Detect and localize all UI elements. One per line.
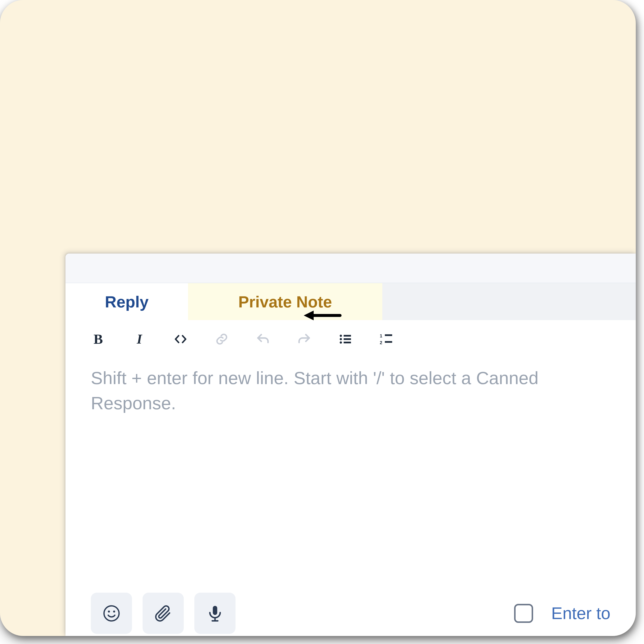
svg-rect-3 [344, 335, 351, 337]
audio-button[interactable] [194, 593, 236, 634]
redo-icon [297, 333, 311, 346]
svg-point-1 [340, 338, 342, 341]
attachment-button[interactable] [143, 593, 184, 634]
emoji-icon [102, 604, 121, 623]
italic-icon: I [137, 331, 142, 347]
svg-point-0 [340, 335, 342, 337]
svg-rect-8 [385, 334, 392, 336]
compose-textarea[interactable]: Shift + enter for new line. Start with '… [65, 355, 636, 586]
bulleted-list-button[interactable] [338, 332, 353, 347]
svg-rect-13 [213, 606, 217, 615]
bulleted-list-icon [339, 333, 352, 346]
bold-button[interactable]: B [91, 332, 106, 347]
numbered-list-button[interactable]: 1 2 [379, 332, 394, 347]
undo-icon [256, 333, 270, 346]
undo-button[interactable] [256, 332, 270, 347]
code-button[interactable] [173, 332, 188, 347]
italic-button[interactable]: I [132, 332, 147, 347]
svg-text:1: 1 [380, 334, 382, 339]
panel-header-strip [65, 253, 636, 283]
redo-button[interactable] [297, 332, 312, 347]
bold-icon: B [94, 331, 103, 347]
tab-reply[interactable]: Reply [65, 283, 188, 320]
svg-point-12 [113, 610, 115, 613]
link-icon [215, 333, 229, 346]
tab-private-note[interactable]: Private Note [188, 283, 382, 320]
send-on-enter-label: Enter to [551, 604, 610, 623]
svg-rect-4 [344, 338, 351, 340]
link-button[interactable] [214, 332, 229, 347]
compose-placeholder: Shift + enter for new line. Start with '… [91, 366, 610, 416]
svg-rect-9 [385, 341, 392, 343]
svg-rect-5 [344, 342, 351, 343]
formatting-toolbar: B I [65, 320, 636, 355]
code-icon [174, 333, 187, 346]
paperclip-icon [154, 604, 173, 623]
bottom-action-row: Enter to [65, 586, 636, 636]
background-card: Reply Private Note B I [0, 0, 636, 636]
tab-row: Reply Private Note [65, 283, 636, 320]
tab-reply-label: Reply [105, 294, 149, 310]
tab-private-note-label: Private Note [238, 294, 332, 310]
svg-point-2 [340, 342, 342, 344]
emoji-button[interactable] [91, 593, 132, 634]
microphone-icon [206, 604, 225, 623]
svg-point-10 [104, 606, 119, 621]
svg-text:2: 2 [380, 340, 382, 345]
canvas: Reply Private Note B I [0, 0, 644, 644]
message-editor-panel: Reply Private Note B I [65, 253, 636, 636]
svg-point-11 [108, 610, 110, 613]
numbered-list-icon: 1 2 [380, 333, 393, 346]
send-on-enter-checkbox[interactable] [514, 604, 533, 623]
